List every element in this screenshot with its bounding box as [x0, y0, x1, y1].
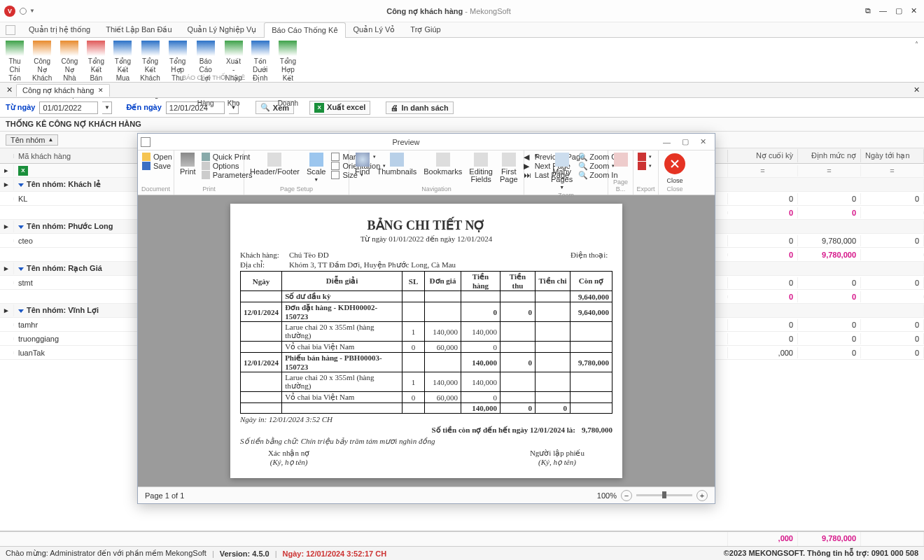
print-button[interactable]: Print: [177, 152, 199, 176]
manypages-icon: [555, 153, 569, 167]
folder-open-icon: [142, 153, 150, 161]
export-pdf-button[interactable]: ▾: [638, 153, 652, 161]
group-print-label: Print: [177, 186, 241, 193]
open-button[interactable]: Open: [142, 153, 172, 161]
sig-sub1: (Ký, họ tên): [268, 458, 309, 467]
printed-value: 12/01/2024 3:52 CH: [269, 415, 332, 424]
size-icon: [331, 171, 340, 179]
groupby-chip[interactable]: Tên nhóm ▲: [6, 134, 58, 146]
preview-maximize-icon[interactable]: ▢: [676, 136, 694, 148]
groupby-label: Tên nhóm: [10, 136, 46, 144]
ribbon: ThuChiTồnQuỹCôngNợKháchHàngCôngNợNhàCung…: [0, 38, 924, 83]
total-nocuoiky: ,000: [728, 532, 798, 546]
ribbon-icon-1: [33, 41, 51, 56]
preview-body[interactable]: BẢNG CHI TIẾT NỢ Từ ngày 01/01/2022 đến …: [138, 195, 715, 486]
preview-title: Preview: [155, 138, 657, 146]
zoom-plus-button[interactable]: +: [696, 490, 708, 501]
doctab-close-icon[interactable]: ✕: [98, 87, 104, 94]
title-main: Công nợ khách hàng: [386, 7, 463, 15]
app-logo-icon: V: [4, 6, 15, 17]
preview-app-icon: [141, 137, 150, 147]
export-email-button[interactable]: ▾: [638, 162, 652, 170]
firstpage-icon: [502, 153, 516, 167]
version-text: Version: 4.5.0: [220, 550, 270, 558]
editingfields-button[interactable]: Editing Fields: [466, 152, 496, 184]
firstpage-button[interactable]: First Page: [497, 152, 521, 184]
ribbon-collapse-icon[interactable]: ˄: [915, 41, 918, 48]
tab-thietlap[interactable]: Thiết Lập Ban Đầu: [98, 22, 179, 37]
customer-value: Chú Tèo ĐD: [289, 251, 570, 260]
preview-close-icon[interactable]: ✕: [694, 136, 712, 148]
ribbon-icon-3: [87, 41, 105, 56]
pointer-button[interactable]: ↖: [527, 152, 547, 169]
current-date-text: Ngày: 12/01/2024 3:52:17 CH: [283, 550, 387, 558]
appmenu-icon[interactable]: [6, 25, 15, 35]
titlebar: V ▼ Công nợ khách hàng - MekongSoft ⧉ — …: [0, 0, 924, 22]
ribbon-group-label: BÁO CÁO THỐNG KÊ: [182, 74, 245, 81]
doctab-congno[interactable]: Công nợ khách hàng ✕: [16, 84, 110, 97]
print-list-button[interactable]: 🖨In danh sách: [386, 102, 453, 114]
page-indicator: Page 1 of 1: [145, 491, 184, 500]
group-zoom-label: Zoom: [527, 192, 605, 200]
orientation-icon: [331, 162, 340, 170]
quickaccess-icon[interactable]: [20, 8, 27, 15]
col-nocuoiky[interactable]: Nợ cuối kỳ: [728, 149, 798, 162]
group-document-label: Document: [141, 186, 171, 193]
title-sub: - MekongSoft: [463, 7, 510, 15]
find-icon: [356, 153, 370, 167]
margins-icon: [331, 153, 340, 161]
filter-toggle-icon[interactable]: ▸: [0, 164, 14, 176]
report-heading: BẢNG CHI TIẾT NỢ: [240, 218, 612, 233]
preview-minimize-icon[interactable]: —: [657, 136, 676, 148]
close-all-tabs-icon[interactable]: ✕: [3, 84, 16, 96]
manypages-button[interactable]: Many Pages▼: [548, 152, 575, 192]
close-window-icon[interactable]: ✕: [908, 5, 920, 17]
tab-baocao[interactable]: Báo Cáo Thống Kê: [264, 22, 345, 38]
customer-label: Khách hàng:: [240, 251, 289, 260]
quickaccess-dropdown-icon[interactable]: ▼: [29, 8, 35, 14]
maximize-icon[interactable]: ▢: [892, 5, 905, 17]
sort-asc-icon: ▲: [48, 136, 54, 143]
parameters-icon: [202, 171, 210, 179]
pagebackground-button[interactable]: [611, 152, 631, 169]
col-ngaytoihan[interactable]: Ngày tới hạn: [861, 149, 924, 162]
filter-eq2: =: [798, 165, 861, 176]
tabs-close-right-icon[interactable]: ✕: [913, 85, 920, 94]
tab-quanlyvo[interactable]: Quản Lý Vỏ: [346, 22, 403, 37]
tab-quantri[interactable]: Quản trị hệ thống: [21, 22, 98, 37]
pointer-icon: ↖: [530, 153, 544, 167]
total-dinhmucno: 9,780,000: [798, 532, 861, 546]
scale-icon: [309, 153, 323, 167]
headerfooter-icon: [267, 153, 281, 167]
minimize-icon[interactable]: —: [876, 5, 890, 17]
tab-nghiepvu[interactable]: Quản Lý Nghiệp Vụ: [180, 22, 265, 37]
export-excel-button[interactable]: XXuất excel: [309, 101, 370, 115]
restore-down-icon[interactable]: ⧉: [862, 5, 874, 17]
filter-eq3: =: [861, 165, 924, 176]
find-button[interactable]: Find: [352, 152, 372, 176]
amount-words: Số tiền bằng chữ: Chín triệu bảy trăm tá…: [240, 437, 612, 446]
zoom-minus-button[interactable]: −: [621, 490, 632, 501]
document-tabs: ✕ Công nợ khách hàng ✕ ✕: [0, 83, 924, 98]
preview-statusbar: Page 1 of 1 100% − +: [138, 486, 715, 503]
tab-trogiup[interactable]: Trợ Giúp: [402, 22, 448, 37]
close-preview-button[interactable]: [664, 153, 685, 174]
zoomin-icon: 🔍: [578, 171, 587, 179]
zoom-slider[interactable]: [636, 494, 692, 496]
printer-icon: [181, 153, 195, 167]
group-navigation-label: Navigation: [352, 186, 521, 193]
scale-button[interactable]: Scale▼: [304, 152, 329, 184]
headerfooter-button[interactable]: Header/Footer: [247, 152, 302, 176]
doctab-label: Công nợ khách hàng: [22, 86, 94, 95]
welcome-text: Chào mừng: Administrator đến với phần mề…: [6, 549, 206, 558]
ribbon-icon-8: [225, 41, 243, 56]
report-daterange: Từ ngày 01/01/2022 đến ngày 12/01/2024: [240, 234, 612, 244]
thumbnails-button[interactable]: Thumbnails: [374, 152, 419, 176]
ribbon-icon-6: [169, 41, 187, 56]
col-dinhmucno[interactable]: Định mức nợ: [798, 149, 861, 162]
address-label: Địa chỉ:: [240, 260, 289, 270]
save-button[interactable]: Save: [142, 162, 172, 170]
bookmarks-button[interactable]: Bookmarks: [421, 152, 465, 176]
email-icon: [638, 162, 646, 170]
group-pagebg-label: Page B...: [611, 178, 630, 193]
